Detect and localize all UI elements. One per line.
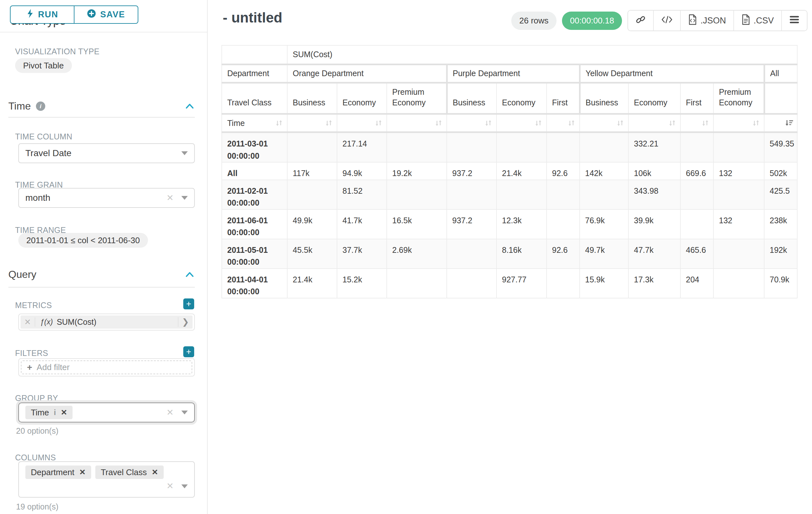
pivot-value-cell: 217.14: [337, 132, 387, 163]
pivot-value-cell: 15.2k: [337, 269, 387, 298]
row-label-cell: 2011-06-01 00:00:00: [222, 210, 287, 239]
add-filter-button[interactable]: +: [183, 346, 194, 357]
pivot-value-cell: [387, 180, 447, 210]
pivot-value-cell: 549.35: [764, 132, 797, 163]
export-json-button[interactable]: .JSON: [681, 10, 734, 30]
visualization-type-chip[interactable]: Pivot Table: [15, 58, 72, 73]
sort-icon[interactable]: [274, 118, 284, 128]
visualization-type-label: VISUALIZATION TYPE: [15, 47, 99, 56]
add-metric-button[interactable]: +: [183, 298, 194, 309]
sortable-column-header[interactable]: [580, 114, 629, 132]
columns-select[interactable]: Department✕Travel Class✕ ✕: [18, 461, 195, 497]
info-icon[interactable]: i: [54, 408, 56, 417]
pivot-value-cell: 927.77: [496, 269, 547, 298]
travel-class-header: Economy: [337, 83, 387, 114]
time-axis-header[interactable]: Time: [222, 114, 287, 132]
columns-chips: Department✕Travel Class✕: [25, 465, 164, 479]
query-section-header: Query: [8, 269, 194, 280]
pivot-value-cell: 142k: [580, 162, 629, 180]
department-group-header: Purple Department: [447, 64, 580, 83]
sortable-column-header[interactable]: [337, 114, 387, 132]
sort-icon[interactable]: [374, 118, 383, 128]
sort-icon[interactable]: [751, 118, 761, 128]
sortable-column-header[interactable]: [287, 114, 337, 132]
control-panel: Chart Type RUN SAVE VISUALIZATION TYPE: [0, 0, 208, 514]
hamburger-menu-icon: [789, 16, 800, 26]
embed-code-button[interactable]: [654, 10, 681, 30]
row-count-badge: 26 rows: [511, 11, 556, 30]
sortable-column-header[interactable]: [496, 114, 547, 132]
pivot-value-cell: 669.6: [680, 162, 714, 180]
metrics-label: METRICS: [15, 301, 52, 310]
sortable-column-header[interactable]: [714, 114, 764, 132]
clear-icon[interactable]: ✕: [166, 194, 174, 202]
sort-icon[interactable]: [483, 118, 493, 128]
menu-button[interactable]: [782, 10, 807, 30]
clear-icon[interactable]: ✕: [166, 408, 174, 417]
pivot-value-cell: [714, 239, 764, 269]
pivot-value-cell: [447, 132, 496, 163]
remove-chip-icon[interactable]: ✕: [151, 468, 158, 477]
pivot-value-cell: [447, 269, 496, 298]
selected-option-chip[interactable]: Timei✕: [25, 406, 72, 419]
remove-metric-icon[interactable]: ✕: [21, 317, 35, 327]
sort-icon[interactable]: [434, 118, 443, 128]
sort-icon[interactable]: [324, 118, 334, 128]
row-label-cell: 2011-03-01 00:00:00: [222, 132, 287, 163]
pivot-value-cell: 37.7k: [337, 239, 387, 269]
link-icon: [636, 15, 646, 27]
pivot-value-cell: 76.9k: [580, 210, 629, 239]
columns-options-hint: 19 option(s): [16, 502, 58, 511]
info-icon[interactable]: i: [36, 102, 45, 111]
pivot-value-cell: [547, 269, 580, 298]
pivot-value-cell: 425.5: [764, 180, 797, 210]
pivot-value-cell: [387, 269, 447, 298]
sortable-column-header[interactable]: [547, 114, 580, 132]
export-json-label: .JSON: [700, 16, 726, 26]
header-controls: 26 rows 00:00:00.18: [511, 10, 808, 31]
chevron-right-icon[interactable]: ❯: [178, 317, 193, 327]
remove-chip-icon[interactable]: ✕: [79, 468, 86, 477]
export-csv-button[interactable]: .CSV: [734, 10, 782, 30]
time-grain-select[interactable]: month ✕: [18, 188, 195, 208]
pivot-value-cell: [547, 210, 580, 239]
group-by-select[interactable]: Timei✕ ✕: [18, 403, 195, 423]
caret-down-icon: [181, 196, 188, 200]
chart-title[interactable]: - untitled: [223, 10, 283, 26]
sortable-column-header[interactable]: [629, 114, 680, 132]
sort-icon[interactable]: [533, 118, 543, 128]
superset-explore-view: Chart Type RUN SAVE VISUALIZATION TYPE: [0, 0, 812, 514]
pivot-value-cell: 21.4k: [496, 162, 547, 180]
export-csv-label: .CSV: [754, 16, 774, 26]
time-range-chip[interactable]: 2011-01-01 ≤ col < 2011-06-30: [18, 233, 148, 248]
add-filter-dropzone[interactable]: + Add filter: [21, 360, 192, 374]
pivot-value-cell: 343.98: [629, 180, 680, 210]
pivot-value-cell: [680, 210, 714, 239]
plus-icon: +: [27, 362, 32, 373]
run-button[interactable]: RUN: [10, 5, 74, 24]
clear-icon[interactable]: ✕: [166, 482, 174, 491]
save-button[interactable]: SAVE: [74, 5, 138, 24]
share-link-button[interactable]: [628, 10, 654, 30]
sort-icon[interactable]: [667, 118, 677, 128]
pivot-value-cell: 16.5k: [387, 210, 447, 239]
remove-chip-icon[interactable]: ✕: [61, 408, 67, 417]
sortable-column-header[interactable]: [764, 114, 797, 132]
sort-icon[interactable]: [615, 118, 625, 128]
sort-icon[interactable]: [567, 118, 576, 128]
time-column-select[interactable]: Travel Date: [18, 143, 195, 163]
pivot-value-cell: 937.2: [447, 210, 496, 239]
pivot-value-cell: 132: [714, 210, 764, 239]
sortable-column-header[interactable]: [387, 114, 447, 132]
sort-icon[interactable]: [700, 118, 710, 128]
pivot-value-cell: 92.6: [547, 162, 580, 180]
sortable-column-header[interactable]: [680, 114, 714, 132]
sortable-column-header[interactable]: [447, 114, 496, 132]
chevron-up-icon[interactable]: [185, 100, 194, 112]
sort-descending-icon[interactable]: [784, 118, 794, 128]
metric-chip[interactable]: ✕ ƒ(x) SUM(Cost) ❯: [21, 316, 193, 329]
chevron-up-icon[interactable]: [185, 269, 194, 280]
selected-option-chip[interactable]: Travel Class✕: [95, 465, 164, 479]
selected-option-chip[interactable]: Department✕: [25, 465, 91, 479]
travel-class-header: Business: [287, 83, 337, 114]
